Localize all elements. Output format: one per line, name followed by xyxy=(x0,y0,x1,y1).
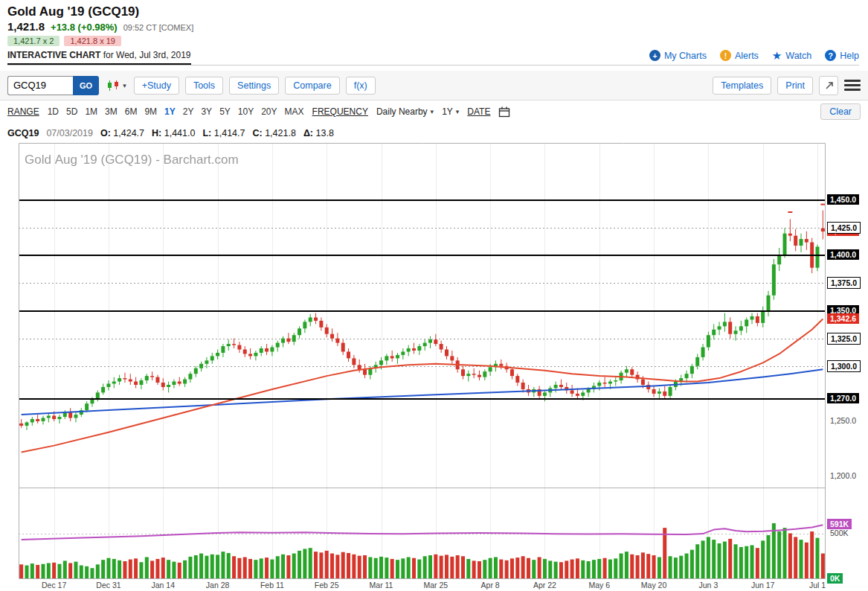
x-axis-label: Jan 14 xyxy=(152,581,176,590)
tools-button[interactable]: Tools xyxy=(185,77,223,95)
period-1d[interactable]: 1D xyxy=(48,106,59,117)
price-axis: 1,450.01,421.81,425.01,400.01,375.01,350… xyxy=(826,143,868,591)
watch-label: Watch xyxy=(785,51,811,61)
watch-link[interactable]: ★ Watch xyxy=(772,50,811,61)
period-3m[interactable]: 3M xyxy=(105,106,118,117)
price-axis-label: 1,250.0 xyxy=(827,415,859,426)
x-axis-label: Dec 31 xyxy=(96,581,120,590)
chart-type-button[interactable]: ▾ xyxy=(105,78,128,93)
my-charts-link[interactable]: + My Charts xyxy=(649,50,707,61)
templates-button[interactable]: Templates xyxy=(713,77,771,95)
price-axis-label: 1,325.0 xyxy=(827,333,861,345)
help-link[interactable]: ? Help xyxy=(825,50,859,61)
chevron-down-icon: ▾ xyxy=(431,108,434,115)
range-select[interactable]: 1Y ▾ xyxy=(442,106,459,117)
price-axis-label: 1,425.0 xyxy=(827,222,861,234)
ohlc-close: C: 1,421.8 xyxy=(252,128,295,138)
x-axis-label: Jun 17 xyxy=(751,581,775,590)
x-axis-label: Dec 17 xyxy=(42,581,66,590)
period-9m[interactable]: 9M xyxy=(144,106,157,117)
ohlc-symbol: GCQ19 xyxy=(7,128,39,138)
header-links: + My Charts ! Alerts ★ Watch ? Help xyxy=(649,50,859,65)
ohlc-low: L: 1,414.7 xyxy=(202,128,245,138)
menu-button[interactable] xyxy=(844,80,861,91)
x-axis-label: Apr 22 xyxy=(533,581,556,590)
alerts-label: Alerts xyxy=(735,51,759,61)
go-button[interactable]: GO xyxy=(73,76,99,95)
settings-button[interactable]: Settings xyxy=(229,77,279,95)
period-20y[interactable]: 20Y xyxy=(261,106,277,117)
symbol-search: GO xyxy=(7,76,99,95)
quote-line: 1,421.8 +13.8 (+0.98%) 09:52 CT [COMEX] xyxy=(7,20,859,33)
interactive-chart-label: INTERACTIVE CHART xyxy=(7,50,100,60)
period-1y[interactable]: 1Y xyxy=(164,106,176,117)
period-10y[interactable]: 10Y xyxy=(238,106,254,117)
x-axis-label: Jan 28 xyxy=(206,581,230,590)
study-button[interactable]: +Study xyxy=(134,77,179,95)
calendar-button[interactable] xyxy=(498,106,510,118)
fx-button[interactable]: f(x) xyxy=(346,77,376,95)
alerts-link[interactable]: ! Alerts xyxy=(720,50,759,61)
period-links: 1D5D1M3M6M9M1Y2Y3Y5Y10Y20YMAX xyxy=(48,106,304,117)
chart-date-label: for Wed, Jul 3rd, 2019 xyxy=(103,50,191,60)
period-3y[interactable]: 3Y xyxy=(201,106,212,117)
barchart-page: Gold Aug '19 (GCQ19) 1,421.8 +13.8 (+0.9… xyxy=(0,0,868,143)
plus-circle-icon: + xyxy=(649,50,660,61)
expand-button[interactable] xyxy=(819,76,838,95)
price-axis-label: 1,400.0 xyxy=(827,249,859,260)
page-title: INTERACTIVE CHART for Wed, Jul 3rd, 2019 xyxy=(7,50,191,65)
x-axis-label: Mar 25 xyxy=(423,581,448,590)
chevron-down-icon: ▾ xyxy=(123,82,126,89)
range-bar: RANGE 1D5D1M3M6M9M1Y2Y3Y5Y10Y20YMAX FREQ… xyxy=(0,100,868,123)
expand-arrow-icon xyxy=(824,80,833,91)
period-2y[interactable]: 2Y xyxy=(183,106,194,117)
toolbar-right: Templates Print xyxy=(713,76,861,95)
period-5d[interactable]: 5D xyxy=(66,106,77,117)
ohlc-bar: GCQ19 07/03/2019 O: 1,424.7 H: 1,441.0 L… xyxy=(0,123,868,143)
help-label: Help xyxy=(840,51,859,61)
quote-timestamp: 09:52 CT [COMEX] xyxy=(123,23,194,32)
period-6m[interactable]: 6M xyxy=(125,106,138,117)
price-axis-label: 1,200.0 xyxy=(827,470,859,481)
last-price: 1,421.8 xyxy=(7,20,45,33)
star-icon: ★ xyxy=(772,50,782,61)
price-chart-canvas[interactable] xyxy=(19,143,826,579)
alert-icon: ! xyxy=(720,50,731,61)
clear-button[interactable]: Clear xyxy=(820,103,861,120)
chart-widget: 1,450.01,421.81,425.01,400.01,375.01,350… xyxy=(0,143,868,591)
symbol-title: Gold Aug '19 (GCQ19) xyxy=(7,4,859,19)
period-max[interactable]: MAX xyxy=(285,106,304,117)
toolbar-buttons: +StudyToolsSettingsComparef(x) xyxy=(134,77,376,95)
calendar-icon xyxy=(498,106,510,118)
question-circle-icon: ? xyxy=(825,50,836,61)
compare-button[interactable]: Compare xyxy=(285,77,339,95)
print-button[interactable]: Print xyxy=(777,77,813,95)
chart-toolbar: GO ▾ +StudyToolsSettingsComparef(x) Temp… xyxy=(0,71,868,100)
quote-header: Gold Aug '19 (GCQ19) 1,421.8 +13.8 (+0.9… xyxy=(0,0,868,71)
ohlc-high: H: 1,441.0 xyxy=(152,128,195,138)
price-axis-label: 1,450.0 xyxy=(827,194,859,205)
price-axis-label: 1,342.6 xyxy=(827,313,859,324)
chevron-down-icon: ▾ xyxy=(456,108,460,115)
ask-badge: 1,421.8 x 19 xyxy=(64,36,121,46)
x-axis-label: May 6 xyxy=(588,581,610,590)
date-label: DATE xyxy=(467,106,490,117)
frequency-select[interactable]: Daily Nearby ▾ xyxy=(376,106,434,117)
frequency-label: FREQUENCY xyxy=(312,106,368,117)
x-axis-label: Feb 11 xyxy=(260,581,284,590)
ohlc-open: O: 1,424.7 xyxy=(100,128,144,138)
x-axis-label: Jun 3 xyxy=(699,581,718,590)
hamburger-icon xyxy=(844,80,861,82)
x-axis-label: May 20 xyxy=(641,581,666,590)
x-axis-label: Mar 11 xyxy=(370,581,393,590)
interactive-chart-row: INTERACTIVE CHART for Wed, Jul 3rd, 2019… xyxy=(7,50,859,66)
period-1m[interactable]: 1M xyxy=(85,106,97,117)
bid-ask-row: 1,421.7 x 2 1,421.8 x 19 xyxy=(7,36,859,46)
price-axis-label: 1,270.0 xyxy=(827,393,859,403)
ohlc-delta: Δ: 13.8 xyxy=(303,128,334,138)
price-axis-label: 1,300.0 xyxy=(827,360,861,372)
frequency-value: Daily Nearby xyxy=(376,106,428,117)
period-5y[interactable]: 5Y xyxy=(219,106,231,117)
price-change: +13.8 (+0.98%) xyxy=(51,22,118,33)
symbol-input[interactable] xyxy=(7,76,73,95)
